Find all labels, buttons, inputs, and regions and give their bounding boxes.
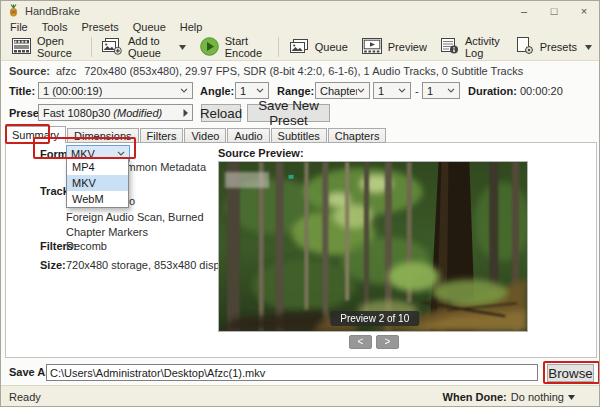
range-from-select[interactable]: 1	[373, 82, 411, 99]
duration-value: 00:00:20	[520, 85, 563, 97]
presets-icon	[517, 37, 534, 57]
range-label: Range:	[277, 85, 314, 97]
watermark-blur	[225, 172, 269, 188]
duration-label: Duration:	[468, 85, 517, 97]
chevron-down-icon	[585, 45, 592, 50]
range-type-value: Chapters	[320, 85, 357, 97]
angle-select-value: 1	[240, 85, 246, 97]
track-chapter-markers: Chapter Markers	[66, 226, 148, 238]
chevron-right-icon	[183, 109, 188, 117]
presets-button[interactable]: Presets	[510, 35, 599, 60]
format-option-mp4[interactable]: MP4	[67, 159, 128, 175]
open-source-label: Open Source	[37, 35, 81, 59]
preview-label: Preview	[388, 41, 427, 53]
format-dropdown-list: MP4 MKV WebM	[66, 158, 129, 208]
preview-button[interactable]: Preview	[355, 35, 434, 60]
add-to-queue-icon	[102, 38, 122, 57]
activity-log-button[interactable]: Activity Log	[434, 35, 510, 60]
preview-count-badge: Preview 2 of 10	[330, 311, 419, 326]
toolbar-separator	[91, 37, 92, 57]
summary-panel: Format: MKV Passthru Common Metadata MP4…	[5, 142, 597, 358]
save-new-preset-button[interactable]: Save New Preset	[247, 104, 330, 122]
add-to-queue-label: Add to Queue	[128, 35, 171, 59]
menu-presets[interactable]: Presets	[74, 21, 125, 33]
activity-log-label: Activity Log	[465, 35, 503, 59]
menubar: File Tools Presets Queue Help	[1, 20, 599, 34]
handbrake-logo-icon	[7, 4, 20, 17]
menu-file[interactable]: File	[3, 21, 35, 33]
open-source-button[interactable]: Open Source	[5, 35, 88, 60]
chevron-down-icon	[117, 151, 125, 156]
source-name: afzc	[56, 65, 76, 77]
queue-icon	[289, 39, 309, 56]
title-select[interactable]: 1 (00:00:19)	[38, 82, 193, 99]
tab-summary[interactable]: Summary	[5, 126, 66, 143]
chevron-down-icon	[179, 45, 186, 50]
main-content: Source:afzc720x480 (853x480), 29.97 FPS,…	[1, 61, 599, 361]
window-controls: – □ ×	[509, 1, 599, 20]
chevron-down-icon	[357, 88, 365, 93]
maximize-button[interactable]: □	[539, 1, 569, 20]
format-option-webm[interactable]: WebM	[67, 191, 128, 207]
range-to-value: 1	[427, 85, 433, 97]
filters-value: Decomb	[66, 240, 107, 252]
source-preview-image: Preview 2 of 10	[218, 161, 528, 332]
minimize-button[interactable]: –	[509, 1, 539, 20]
range-separator: -	[415, 85, 419, 97]
preview-prev-button[interactable]: <	[349, 335, 372, 349]
tab-subtitles[interactable]: Subtitles	[271, 128, 327, 143]
size-value: 720x480 storage, 853x480 display	[66, 259, 234, 271]
preview-next-button[interactable]: >	[376, 335, 399, 349]
preset-modified-flag: (Modified)	[113, 107, 162, 119]
close-button[interactable]: ×	[569, 1, 599, 20]
angle-select[interactable]: 1	[235, 82, 269, 99]
titlebar: HandBrake – □ ×	[1, 1, 599, 20]
when-done-control[interactable]: When Done: Do nothing	[443, 391, 575, 403]
handbrake-window: HandBrake – □ × File Tools Presets Queue…	[0, 0, 600, 407]
start-encode-label: Start Encode	[225, 35, 268, 59]
tab-dimensions[interactable]: Dimensions	[67, 128, 138, 143]
chevron-down-icon	[256, 88, 264, 93]
tab-audio[interactable]: Audio	[227, 128, 269, 143]
track-foreign-audio: Foreign Audio Scan, Burned	[66, 211, 204, 223]
browse-button[interactable]: Browse	[547, 364, 594, 382]
save-as-path-input[interactable]	[46, 364, 538, 381]
status-text: Ready	[9, 391, 41, 403]
tab-chapters[interactable]: Chapters	[328, 128, 387, 143]
chevron-down-icon	[568, 395, 575, 400]
preview-nav: < >	[349, 335, 399, 349]
format-option-mkv[interactable]: MKV	[67, 175, 128, 191]
tab-video[interactable]: Video	[184, 128, 226, 143]
preset-select[interactable]: Fast 1080p30 (Modified)	[38, 104, 193, 121]
angle-label: Angle:	[200, 85, 234, 97]
source-info: Source:afzc720x480 (853x480), 29.97 FPS,…	[9, 65, 523, 77]
toolbar-separator	[278, 37, 279, 57]
preset-value: Fast 1080p30	[43, 107, 110, 119]
title-label: Title:	[9, 85, 35, 97]
menu-queue[interactable]: Queue	[126, 21, 173, 33]
reload-button[interactable]: Reload	[201, 104, 241, 122]
preview-icon	[362, 38, 382, 56]
menu-help[interactable]: Help	[173, 21, 210, 33]
chevron-down-icon	[180, 88, 188, 93]
statusbar: Ready When Done: Do nothing	[1, 385, 599, 407]
start-encode-icon	[200, 37, 219, 58]
toolbar: Open Source Add to Queue	[1, 34, 599, 61]
size-label: Size:	[40, 259, 66, 271]
range-to-select[interactable]: 1	[422, 82, 460, 99]
open-source-icon	[12, 38, 31, 56]
tab-filters[interactable]: Filters	[140, 128, 184, 143]
tab-strip: Summary Dimensions Filters Video Audio S…	[5, 126, 387, 143]
add-to-queue-button[interactable]: Add to Queue	[95, 35, 193, 60]
queue-label: Queue	[315, 41, 348, 53]
source-label: Source:	[9, 65, 50, 77]
start-encode-button[interactable]: Start Encode	[193, 35, 275, 60]
menu-tools[interactable]: Tools	[35, 21, 75, 33]
chevron-down-icon	[447, 88, 455, 93]
title-select-value: 1 (00:00:19)	[43, 85, 102, 97]
queue-button[interactable]: Queue	[282, 35, 355, 60]
when-done-label: When Done:	[443, 391, 507, 403]
source-details: 720x480 (853x480), 29.97 FPS, SDR (8-bit…	[84, 65, 523, 77]
range-type-select[interactable]: Chapters	[315, 82, 370, 99]
presets-label: Presets	[540, 41, 577, 53]
